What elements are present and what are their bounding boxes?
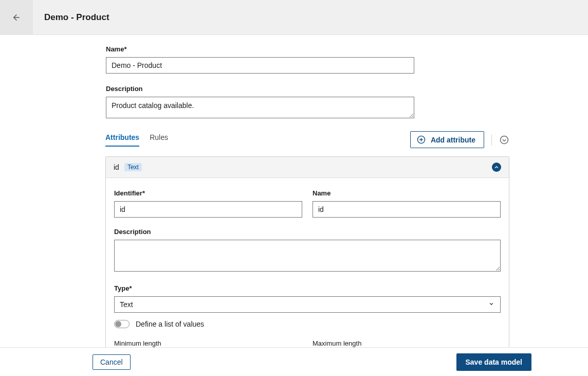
attribute-panel-header[interactable]: id Text (106, 157, 509, 178)
type-select-value: Text (120, 300, 133, 309)
tabs-row: Attributes Rules Add attribute (105, 131, 509, 148)
svg-point-4 (501, 136, 508, 144)
description-input[interactable]: Product catalog available. (106, 97, 414, 118)
name-label: Name* (106, 45, 414, 53)
add-attribute-button[interactable]: Add attribute (410, 131, 484, 148)
chevron-up-icon (494, 165, 499, 170)
tab-attributes[interactable]: Attributes (105, 133, 139, 147)
chevron-down-icon (489, 301, 494, 308)
max-length-label: Maximum length (313, 339, 501, 347)
toggle-knob (115, 321, 121, 327)
type-label: Type* (114, 284, 501, 292)
attr-description-label: Description (114, 228, 501, 236)
attribute-type-badge: Text (124, 163, 142, 171)
attribute-id-text: id (114, 163, 119, 171)
collapse-button[interactable] (492, 163, 501, 172)
page-title: Demo - Product (44, 12, 109, 23)
save-button[interactable]: Save data model (456, 353, 532, 371)
min-length-label: Minimum length (114, 339, 302, 347)
divider (491, 134, 492, 146)
form-scroll-area[interactable]: Name* Description Product catalog availa… (0, 35, 588, 347)
add-attribute-label: Add attribute (431, 136, 475, 144)
arrow-left-icon (12, 13, 21, 22)
page-header: Demo - Product (0, 0, 588, 35)
plus-circle-icon (417, 135, 426, 144)
name-input[interactable] (106, 57, 414, 74)
cancel-button[interactable]: Cancel (93, 354, 131, 370)
footer-bar: Cancel Save data model (0, 347, 588, 376)
back-button[interactable] (0, 0, 33, 35)
attr-name-input[interactable] (313, 201, 501, 218)
attr-name-label: Name (313, 189, 501, 197)
attribute-panel: id Text Identifier* Name (105, 156, 509, 347)
chevron-down-circle-icon (500, 135, 509, 145)
tab-rules[interactable]: Rules (150, 133, 168, 147)
define-values-label: Define a list of values (136, 320, 204, 328)
description-label: Description (106, 85, 414, 93)
expand-all-button[interactable] (499, 135, 509, 145)
type-select[interactable]: Text (114, 296, 501, 313)
identifier-input[interactable] (114, 201, 302, 218)
define-values-toggle[interactable] (114, 320, 130, 328)
identifier-label: Identifier* (114, 189, 302, 197)
attr-description-input[interactable] (114, 240, 501, 272)
